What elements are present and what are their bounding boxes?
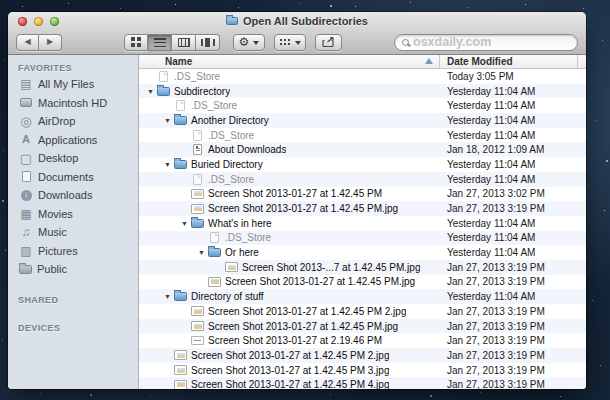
airdrop-icon (19, 115, 33, 128)
sidebar-item-documents[interactable]: Documents (8, 168, 138, 187)
table-row[interactable]: Screen Shot 2013-01-27 at 1.42.45 PM 4.j… (139, 377, 586, 389)
sidebar-item-label: AirDrop (38, 115, 75, 127)
file-list: .DS_StoreToday 3:05 PM▼SubdirectoryYeste… (139, 69, 586, 389)
column-header-date-modified[interactable]: Date Modified (447, 56, 513, 67)
titlebar[interactable]: Open All Subdirectories (8, 12, 586, 29)
disclosure-triangle-icon[interactable]: ▼ (145, 88, 156, 95)
table-row[interactable]: ▼Buried DirectoryYesterday 11:04 AM (139, 157, 586, 172)
share-button[interactable] (315, 34, 342, 51)
table-row[interactable]: ▼Another DirectoryYesterday 11:04 AM (139, 113, 586, 128)
column-divider[interactable] (577, 55, 578, 68)
date-modified: Yesterday 11:04 AM (447, 291, 535, 302)
date-modified: Jan 27, 2013 3:19 PM (447, 335, 545, 346)
arrange-menu-button[interactable] (274, 34, 306, 51)
sidebar-item-airdrop[interactable]: AirDrop (8, 112, 138, 131)
sidebar-item-movies[interactable]: Movies (8, 205, 138, 224)
table-row[interactable]: Screen Shot 2013-01-27 at 1.42.45 PM.jpg… (139, 201, 586, 216)
sidebar-item-label: All My Files (38, 78, 94, 90)
disclosure-triangle-icon[interactable]: ▼ (162, 161, 173, 168)
column-view-icon (178, 38, 190, 47)
table-row[interactable]: Screen Shot 2013-01-27 at 1.42.45 PM 3.j… (139, 363, 586, 378)
disclosure-triangle-icon[interactable]: ▼ (196, 249, 207, 256)
table-row[interactable]: Screen Shot 2013-01-27 at 1.42.45 PM 2.j… (139, 304, 586, 319)
window-title: Open All Subdirectories (243, 15, 368, 27)
date-modified: Yesterday 11:04 AM (447, 86, 535, 97)
sidebar-item-label: Desktop (38, 152, 78, 164)
list-view-button[interactable] (148, 34, 172, 51)
table-row[interactable]: .DS_StoreToday 3:05 PM (139, 69, 586, 84)
file-icon-cell (173, 365, 188, 375)
image-file-icon (191, 189, 204, 199)
table-row[interactable]: Screen Shot 2013-01-27 at 1.42.45 PM.jpg… (139, 319, 586, 334)
action-menu-button[interactable]: ⚙ (233, 34, 265, 51)
table-row[interactable]: .DS_StoreYesterday 11:04 AM (139, 172, 586, 187)
table-row[interactable]: Screen Shot 2013-01-27 at 1.42.45 PM 2.j… (139, 348, 586, 363)
table-row[interactable]: Screen Shot 2013-01-27 at 1.42.45 PM.jpg… (139, 275, 586, 290)
disclosure-triangle-icon[interactable]: ▼ (162, 293, 173, 300)
file-name: .DS_Store (208, 130, 254, 141)
table-row[interactable]: ▼Directory of stuffYesterday 11:04 AM (139, 289, 586, 304)
file-icon-cell (190, 336, 205, 345)
desktop-background: Open All Subdirectories ◀ ▶ ⚙ (0, 0, 610, 400)
window-content: FAVORITESAll My FilesMacintosh HDAirDrop… (8, 55, 586, 389)
sidebar-item-label: Downloads (38, 189, 92, 201)
date-modified: Jan 27, 2013 3:19 PM (447, 350, 545, 361)
coverflow-view-button[interactable] (196, 34, 220, 51)
date-modified: Yesterday 11:04 AM (447, 159, 535, 170)
date-modified: Jan 27, 2013 3:19 PM (447, 379, 545, 389)
table-row[interactable]: Screen Shot 2013-01-27 at 2.19.46 PMJan … (139, 333, 586, 348)
sidebar-item-all-my-files[interactable]: All My Files (8, 75, 138, 94)
image-file-icon (191, 321, 204, 331)
back-button[interactable]: ◀ (16, 34, 39, 51)
sidebar-item-applications[interactable]: Applications (8, 131, 138, 150)
hidden-file-icon (159, 71, 168, 82)
table-row[interactable]: .DS_StoreYesterday 11:04 AM (139, 231, 586, 246)
disclosure-triangle-icon[interactable]: ▼ (179, 220, 190, 227)
forward-button[interactable]: ▶ (39, 34, 62, 51)
date-modified: Jan 27, 2013 3:19 PM (447, 262, 545, 273)
table-row[interactable]: .DS_StoreYesterday 11:04 AM (139, 128, 586, 143)
file-name: Screen Shot 2013-01-27 at 1.42.45 PM.jpg (208, 321, 398, 332)
file-name: Directory of stuff (191, 291, 264, 302)
table-row[interactable]: Screen Shot 2013-01-27 at 1.42.45 PMJan … (139, 187, 586, 202)
star-field-bright (0, 0, 2, 2)
file-name: Subdirectory (174, 86, 230, 97)
column-view-button[interactable] (172, 34, 196, 51)
icon-view-button[interactable] (124, 34, 148, 51)
date-modified: Jan 27, 2013 3:19 PM (447, 321, 545, 332)
search-field[interactable] (394, 34, 578, 51)
table-row[interactable]: Screen Shot 2013-...7 at 1.42.45 PM.jpgJ… (139, 260, 586, 275)
table-row[interactable]: ▼Or hereYesterday 11:04 AM (139, 245, 586, 260)
image-file-icon (174, 380, 187, 389)
file-name: Screen Shot 2013-01-27 at 1.42.45 PM 2.j… (191, 350, 389, 361)
sidebar-item-music[interactable]: Music (8, 223, 138, 242)
column-divider[interactable] (439, 55, 440, 68)
date-modified: Yesterday 11:04 AM (447, 130, 535, 141)
column-header-name[interactable]: Name (165, 56, 192, 67)
file-icon-cell (190, 174, 205, 185)
date-modified: Yesterday 11:04 AM (447, 218, 535, 229)
sidebar-item-pictures[interactable]: Pictures (8, 242, 138, 261)
file-icon-cell (190, 130, 205, 141)
desktop-icon (19, 152, 33, 165)
search-input[interactable] (413, 35, 570, 49)
table-row[interactable]: .DS_StoreYesterday 11:04 AM (139, 98, 586, 113)
folder-icon (226, 17, 238, 25)
table-row[interactable]: About DownloadsJan 18, 2012 1:09 AM (139, 142, 586, 157)
file-icon-cell (190, 321, 205, 331)
movies-icon (19, 207, 33, 220)
table-row[interactable]: ▼What's in hereYesterday 11:04 AM (139, 216, 586, 231)
icon-view-icon (131, 37, 141, 47)
disclosure-triangle-icon[interactable]: ▼ (162, 117, 173, 124)
sidebar-item-macintosh-hd[interactable]: Macintosh HD (8, 94, 138, 113)
sidebar-item-desktop[interactable]: Desktop (8, 149, 138, 168)
file-icon-cell (190, 219, 205, 228)
sidebar-item-downloads[interactable]: Downloads (8, 186, 138, 205)
column-header-bar: Name Date Modified (139, 55, 586, 69)
file-icon-cell (156, 71, 171, 82)
file-icon-cell (224, 262, 239, 272)
sidebar-item-public[interactable]: Public (8, 260, 138, 279)
date-modified: Yesterday 11:04 AM (447, 247, 535, 258)
table-row[interactable]: ▼SubdirectoryYesterday 11:04 AM (139, 84, 586, 99)
file-icon-cell (190, 204, 205, 214)
